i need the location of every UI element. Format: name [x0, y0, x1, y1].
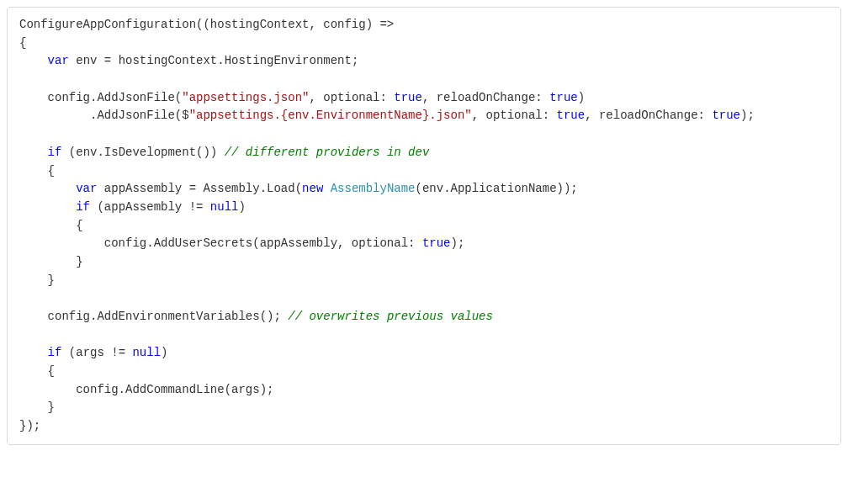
code-text: ) [578, 91, 585, 104]
code-text: config.AddUserSecrets(appAssembly, optio… [19, 236, 422, 250]
type-name: AssemblyName [331, 182, 416, 195]
code-text: (appAssembly != [90, 200, 210, 214]
comment: // different providers in dev [225, 146, 430, 159]
code-line: { [19, 164, 55, 178]
comment: // overwrites previous values [288, 310, 493, 323]
code-text: (env.ApplicationName)); [416, 182, 578, 195]
keyword-true: true [557, 109, 586, 122]
keyword-true: true [549, 91, 578, 104]
keyword-null: null [132, 346, 161, 359]
code-line: { [19, 364, 55, 378]
code-text: , optional: [309, 91, 394, 104]
code-line: }); [19, 419, 40, 432]
keyword-true: true [394, 91, 422, 104]
code-text: ); [740, 109, 755, 122]
code-text: env = hostingContext.HostingEnvironment; [69, 54, 358, 67]
keyword-if: if [48, 346, 62, 359]
keyword-var: var [76, 182, 97, 195]
code-line: config.AddCommandLine(args); [19, 383, 273, 396]
code-line: { [19, 36, 26, 50]
keyword-var: var [48, 54, 69, 67]
code-line: } [19, 255, 83, 268]
code-text: config.AddJsonFile( [19, 91, 182, 104]
code-line: ConfigureAppConfiguration((hostingContex… [19, 18, 394, 31]
keyword-if: if [76, 200, 90, 214]
code-text: (env.IsDevelopment()) [61, 146, 224, 159]
code-text: config.AddEnvironmentVariables(); [19, 310, 288, 323]
code-text: (args != [61, 346, 132, 359]
code-content: ConfigureAppConfiguration((hostingContex… [19, 16, 841, 436]
code-text: ) [161, 346, 167, 359]
code-text: appAssembly = Assembly.Load( [97, 182, 302, 195]
code-text: .AddJsonFile($ [19, 109, 189, 122]
code-line: } [19, 273, 55, 287]
string-literal: "appsettings.{env.EnvironmentName}.json" [189, 109, 472, 122]
keyword-null: null [210, 200, 239, 214]
code-text: ); [451, 236, 465, 250]
keyword-new: new [302, 182, 323, 195]
code-text: , optional: [472, 109, 557, 122]
keyword-if: if [48, 146, 62, 159]
code-text: , reloadOnChange: [585, 109, 712, 122]
code-block[interactable]: ConfigureAppConfiguration((hostingContex… [7, 7, 841, 445]
string-literal: "appsettings.json" [182, 91, 309, 104]
code-text [323, 182, 330, 195]
code-text: ) [238, 200, 245, 214]
keyword-true: true [712, 109, 740, 122]
code-line: } [19, 401, 55, 414]
keyword-true: true [422, 236, 451, 250]
code-text: , reloadOnChange: [422, 91, 549, 104]
code-line: { [19, 219, 83, 232]
